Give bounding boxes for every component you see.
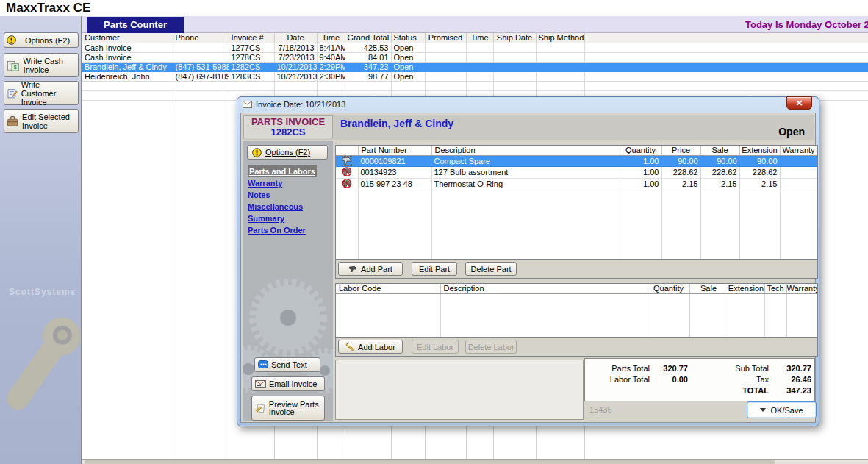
table-row[interactable]: Cash Invoice 1278CS 7/23/2013 9:40AM 84.… [82, 52, 868, 62]
col-date[interactable]: Date [274, 33, 317, 43]
col-promised[interactable]: Promised [425, 33, 466, 43]
col-ship-date[interactable]: Ship Date [493, 33, 536, 43]
col-description[interactable]: Description [440, 284, 648, 293]
parts-total-label: Parts Total [585, 363, 650, 374]
edit-selected-invoice-button[interactable]: Edit Selected Invoice [4, 109, 79, 133]
today-date-text: Today Is Monday October 2 [745, 19, 868, 30]
col-tech[interactable]: Tech [764, 284, 786, 293]
nav-summary[interactable]: Summary [248, 213, 317, 224]
col-extension[interactable]: Extension [739, 146, 780, 155]
svg-text:$: $ [14, 64, 17, 70]
col-customer[interactable]: Customer [82, 33, 173, 43]
nav-parts-and-labors[interactable]: Parts and Labors [248, 165, 317, 177]
delete-part-button[interactable]: Delete Part [465, 262, 517, 276]
dialog-options-button[interactable]: Options (F2) [247, 145, 328, 160]
col-quantity[interactable]: Quantity [648, 284, 689, 293]
col-warranty[interactable]: Warranty [786, 284, 817, 293]
email-invoice-button[interactable]: Email Invoice [251, 376, 325, 391]
sidebar: Options (F2) $ Write Cash Invoice Write … [0, 16, 82, 464]
nav-miscellaneous[interactable]: Miscellaneous [248, 201, 317, 213]
customer-invoice-icon [7, 85, 18, 102]
part-row-selected[interactable]: 0000109821 Compact Spare 1.00 90.00 90.0… [336, 155, 817, 166]
nav-parts-on-order[interactable]: Parts On Order [248, 224, 317, 236]
dialog-options-label: Options (F2) [265, 148, 310, 157]
edit-labor-button[interactable]: Edit Labor [412, 340, 459, 354]
dialog-nav: Parts and Labors Warranty Notes Miscella… [248, 165, 317, 236]
col-ship-method[interactable]: Ship Method [536, 33, 584, 43]
write-cash-invoice-button[interactable]: $ Write Cash Invoice [4, 53, 79, 77]
col-grand-total[interactable]: Grand Total [345, 33, 391, 43]
close-icon [795, 100, 803, 107]
email-invoice-label: Email Invoice [269, 379, 317, 388]
customer-name: Brandlein, Jeff & Cindy [340, 118, 453, 129]
col-time2[interactable]: Time [466, 33, 493, 43]
invoice-type-label: PARTS INVOICE [244, 117, 332, 127]
subtotal-value: 320.77 [772, 363, 811, 374]
table-row-selected[interactable]: Brandlein, Jeff & Cindy (847) 531-5988 1… [82, 62, 868, 71]
options-button-label: Options (F2) [25, 36, 70, 45]
labor-table-filler [336, 293, 817, 338]
parts-table-header: Part Number Description Quantity Price S… [336, 146, 817, 155]
col-price[interactable]: Price [661, 146, 700, 155]
totals-box: Parts Total 320.77 Sub Total 320.77 Labo… [584, 358, 815, 401]
col-time[interactable]: Time [317, 33, 345, 43]
col-quantity[interactable]: Quantity [620, 146, 661, 155]
write-customer-invoice-label: Write Customer Invoice [21, 80, 76, 107]
send-text-button[interactable]: Send Text [254, 357, 320, 372]
parts-total-value: 320.77 [650, 363, 688, 374]
parts-invoice-dialog: Invoice Date: 10/21/2013 PARTS INVOICE 1… [237, 96, 819, 426]
nav-notes[interactable]: Notes [248, 189, 317, 201]
envelope-icon [243, 101, 252, 108]
horizontal-scrollbar[interactable] [82, 459, 868, 464]
preview-parts-invoice-button[interactable]: Preview Parts Invoice [251, 396, 325, 421]
col-sale[interactable]: Sale [689, 284, 728, 293]
price-gun-icon [348, 265, 358, 273]
col-part-number[interactable]: Part Number [358, 146, 431, 155]
edit-part-button[interactable]: Edit Part [412, 262, 457, 276]
parts-table: Part Number Description Quantity Price S… [336, 146, 817, 260]
col-status[interactable]: Status [391, 33, 425, 43]
edit-selected-invoice-label: Edit Selected Invoice [22, 113, 76, 130]
scrollbar-thumb[interactable] [85, 460, 775, 464]
price-gun-icon [342, 156, 352, 165]
write-cash-invoice-label: Write Cash Invoice [24, 57, 76, 74]
labor-total-label: Labor Total [585, 374, 650, 385]
ok-save-label: OK/Save [770, 406, 803, 415]
col-invoice[interactable]: Invoice # [229, 33, 274, 43]
col-labor-code[interactable]: Labor Code [336, 284, 440, 293]
dialog-left-panel: Options (F2) Parts and Labors Warranty N… [243, 141, 333, 421]
delete-labor-button[interactable]: Delete Labor [465, 340, 517, 354]
parts-section: Part Number Description Quantity Price S… [335, 145, 818, 279]
labor-section: Labor Code Description Quantity Sale Ext… [335, 283, 818, 357]
labor-table: Labor Code Description Quantity Sale Ext… [336, 284, 817, 338]
close-button[interactable] [786, 96, 812, 110]
cash-invoice-icon: $ [7, 57, 21, 74]
status-badge: Open [778, 126, 805, 138]
wrench-icon [345, 343, 355, 351]
col-extension[interactable]: Extension [728, 284, 764, 293]
header-band: Parts Counter Today Is Monday October 2 [82, 16, 868, 33]
table-row[interactable]: Heidenreich, John (847) 697-8109 1283CS … [82, 71, 868, 81]
add-part-button[interactable]: Add Part [338, 262, 403, 276]
send-text-label: Send Text [271, 360, 307, 369]
col-phone[interactable]: Phone [173, 33, 229, 43]
add-labor-button[interactable]: Add Labor [338, 340, 403, 354]
col-description[interactable]: Description [431, 146, 620, 155]
write-customer-invoice-button[interactable]: Write Customer Invoice [4, 81, 79, 105]
part-row[interactable]: 00134923 127 Bulb assortment 1.00 228.62… [336, 166, 817, 178]
options-button[interactable]: Options (F2) [4, 32, 79, 48]
nav-warranty[interactable]: Warranty [248, 177, 317, 189]
dialog-body: PARTS INVOICE 1282CS Brandlein, Jeff & C… [240, 113, 816, 423]
labor-table-wrap: Labor Code Description Quantity Sale Ext… [336, 284, 817, 338]
tab-parts-counter[interactable]: Parts Counter [87, 17, 184, 33]
labor-total-value: 0.00 [650, 374, 688, 385]
col-sale[interactable]: Sale [700, 146, 739, 155]
table-row[interactable]: Cash Invoice 1277CS 7/18/2013 8:41AM 425… [82, 43, 868, 52]
col-warranty[interactable]: Warranty [780, 146, 817, 155]
labor-table-header: Labor Code Description Quantity Sale Ext… [336, 284, 817, 293]
maxxtraxx-window: MaxxTraxx CE Options (F2) $ Write Cash I… [0, 0, 868, 464]
dialog-titlebar[interactable]: Invoice Date: 10/21/2013 [237, 97, 819, 113]
ok-save-button[interactable]: OK/Save [747, 401, 817, 418]
part-row[interactable]: 015 997 23 48 Thermostat O-Ring 1.00 2.1… [336, 178, 817, 190]
parts-buttons-strip: Add Part Edit Part Delete Part [336, 260, 817, 278]
